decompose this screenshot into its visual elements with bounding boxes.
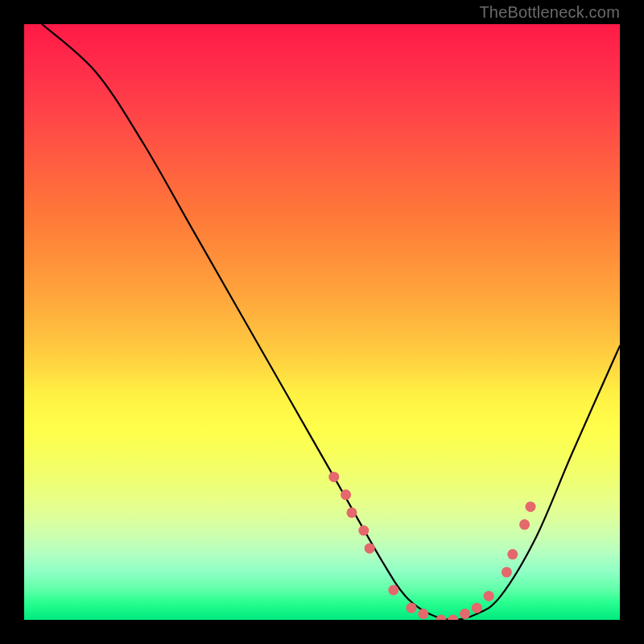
marker-dot — [519, 519, 530, 530]
marker-dot — [388, 585, 398, 596]
marker-dot — [341, 489, 351, 500]
marker-dot — [502, 567, 512, 577]
marker-dot — [436, 615, 447, 621]
watermark-text: TheBottleneck.com — [479, 3, 620, 22]
curve-layer — [24, 24, 620, 620]
marker-dot — [460, 609, 470, 619]
marker-dot — [328, 472, 339, 482]
marker-dot — [472, 603, 482, 613]
chart-frame: TheBottleneck.com — [0, 0, 644, 644]
marker-dot — [407, 603, 417, 613]
marker-dot — [448, 615, 458, 621]
marker-group — [328, 472, 535, 620]
marker-dot — [418, 609, 428, 619]
marker-dot — [347, 507, 357, 518]
bottleneck-curve — [42, 24, 620, 620]
marker-dot — [358, 526, 369, 536]
marker-dot — [484, 591, 494, 601]
marker-dot — [507, 549, 518, 559]
marker-dot — [365, 543, 375, 554]
marker-dot — [526, 502, 536, 512]
plot-area — [24, 24, 620, 620]
